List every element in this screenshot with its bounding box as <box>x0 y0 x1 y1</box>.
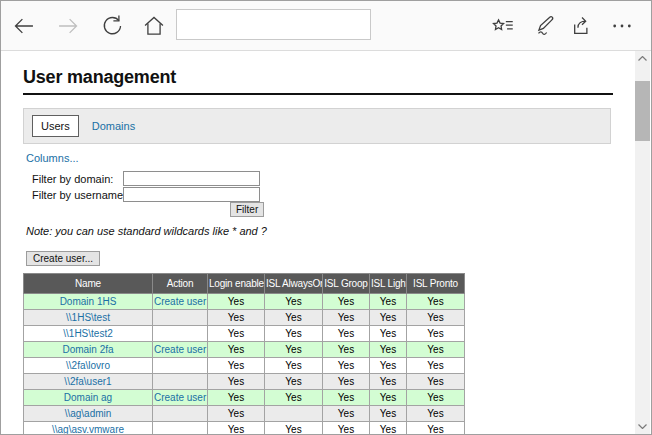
scroll-up-button[interactable] <box>635 51 650 66</box>
flag-cell: Yes <box>407 422 465 435</box>
flag-cell: Yes <box>265 422 323 435</box>
action-cell <box>153 406 208 422</box>
filter-username-label: Filter by username: <box>32 189 126 201</box>
wildcard-note: Note: you can use standard wildcards lik… <box>26 225 267 237</box>
flag-cell: Yes <box>407 374 465 390</box>
flag-cell: Yes <box>265 342 323 358</box>
table-row: Domain agCreate userYesYesYesYesYes <box>24 390 465 406</box>
action-cell <box>153 358 208 374</box>
flag-cell: Yes <box>407 326 465 342</box>
name-cell: \\1HS\test <box>24 310 153 326</box>
flag-cell: Yes <box>407 390 465 406</box>
home-button[interactable] <box>141 13 167 39</box>
user-name-link[interactable]: \\1HS\test2 <box>63 328 112 339</box>
name-cell: \\2fa\lovro <box>24 358 153 374</box>
filter-username-input[interactable] <box>123 187 260 202</box>
flag-cell: Yes <box>323 406 370 422</box>
flag-cell: Yes <box>370 374 407 390</box>
flag-cell: Yes <box>208 294 265 310</box>
flag-cell: Yes <box>265 310 323 326</box>
flag-cell: Yes <box>370 326 407 342</box>
flag-cell: Yes <box>265 390 323 406</box>
user-name-link[interactable]: \\ag\admin <box>65 408 112 419</box>
user-name-link[interactable]: \\ag\asv.vmware <box>52 424 124 435</box>
back-button[interactable] <box>11 13 37 39</box>
flag-cell: Yes <box>265 294 323 310</box>
user-name-link[interactable]: Domain 2fa <box>62 344 113 355</box>
flag-cell: Yes <box>370 310 407 326</box>
user-name-link[interactable]: \\2fa\user1 <box>64 376 111 387</box>
create-user-link[interactable]: Create user <box>154 392 206 403</box>
flag-cell: Yes <box>208 358 265 374</box>
web-note-button[interactable] <box>532 13 558 39</box>
name-cell: Domain ag <box>24 390 153 406</box>
col-header-isl-groop: ISL Groop <box>323 274 370 294</box>
favorites-hub-icon <box>490 13 516 39</box>
vertical-scrollbar[interactable] <box>635 51 650 434</box>
col-header-isl-alwayson: ISL AlwaysOn <box>265 274 323 294</box>
flag-cell: Yes <box>208 422 265 435</box>
create-user-link[interactable]: Create user <box>154 296 206 307</box>
back-icon <box>11 13 37 39</box>
table-row: \\2fa\user1YesYesYesYesYes <box>24 374 465 390</box>
refresh-button[interactable] <box>99 13 125 39</box>
flag-cell: Yes <box>265 374 323 390</box>
table-row: \\1HS\testYesYesYesYesYes <box>24 310 465 326</box>
col-header-name: Name <box>24 274 153 294</box>
table-row: \\1HS\test2YesYesYesYesYes <box>24 326 465 342</box>
user-name-link[interactable]: \\2fa\lovro <box>66 360 110 371</box>
more-menu-button[interactable] <box>609 13 635 39</box>
share-button[interactable] <box>569 13 595 39</box>
filter-domain-input[interactable] <box>123 171 260 186</box>
filter-button[interactable]: Filter <box>230 202 264 217</box>
name-cell: \\2fa\user1 <box>24 374 153 390</box>
flag-cell: Yes <box>407 342 465 358</box>
flag-cell: Yes <box>208 374 265 390</box>
action-cell <box>153 422 208 435</box>
user-name-link[interactable]: Domain 1HS <box>60 296 117 307</box>
flag-cell: Yes <box>407 406 465 422</box>
forward-button[interactable] <box>55 13 81 39</box>
flag-cell: Yes <box>323 358 370 374</box>
action-cell: Create user <box>153 294 208 310</box>
flag-cell: Yes <box>208 342 265 358</box>
col-header-isl-pronto: ISL Pronto <box>407 274 465 294</box>
flag-cell: Yes <box>323 390 370 406</box>
table-row: \\2fa\lovroYesYesYesYesYes <box>24 358 465 374</box>
flag-cell: Yes <box>370 406 407 422</box>
flag-cell: Yes <box>323 294 370 310</box>
tab-strip: Users Domains <box>23 108 611 144</box>
tab-users[interactable]: Users <box>32 115 79 137</box>
address-bar[interactable] <box>176 9 371 40</box>
browser-toolbar <box>1 1 651 51</box>
users-table: Name Action Login enabled ISL AlwaysOn I… <box>23 273 465 435</box>
create-user-button[interactable]: Create user... <box>26 251 100 266</box>
forward-icon <box>55 13 81 39</box>
flag-cell: Yes <box>323 326 370 342</box>
user-name-link[interactable]: Domain ag <box>64 392 112 403</box>
flag-cell: Yes <box>407 294 465 310</box>
flag-cell <box>265 406 323 422</box>
flag-cell: Yes <box>208 310 265 326</box>
chevron-up-icon <box>638 56 647 61</box>
create-user-link[interactable]: Create user <box>154 344 206 355</box>
flag-cell: Yes <box>265 358 323 374</box>
user-name-link[interactable]: \\1HS\test <box>66 312 110 323</box>
refresh-icon <box>99 13 125 39</box>
col-header-action: Action <box>153 274 208 294</box>
action-cell <box>153 310 208 326</box>
chevron-down-icon <box>638 424 647 429</box>
scroll-down-button[interactable] <box>635 419 650 434</box>
action-cell <box>153 326 208 342</box>
columns-link[interactable]: Columns... <box>26 152 79 164</box>
action-cell: Create user <box>153 342 208 358</box>
favorites-hub-button[interactable] <box>490 13 516 39</box>
table-row: \\ag\adminYesYesYesYes <box>24 406 465 422</box>
flag-cell: Yes <box>208 326 265 342</box>
scrollbar-thumb[interactable] <box>635 81 650 141</box>
tab-domains[interactable]: Domains <box>92 120 135 132</box>
page-title: User management <box>23 67 613 95</box>
name-cell: \\1HS\test2 <box>24 326 153 342</box>
flag-cell: Yes <box>208 406 265 422</box>
flag-cell: Yes <box>370 342 407 358</box>
